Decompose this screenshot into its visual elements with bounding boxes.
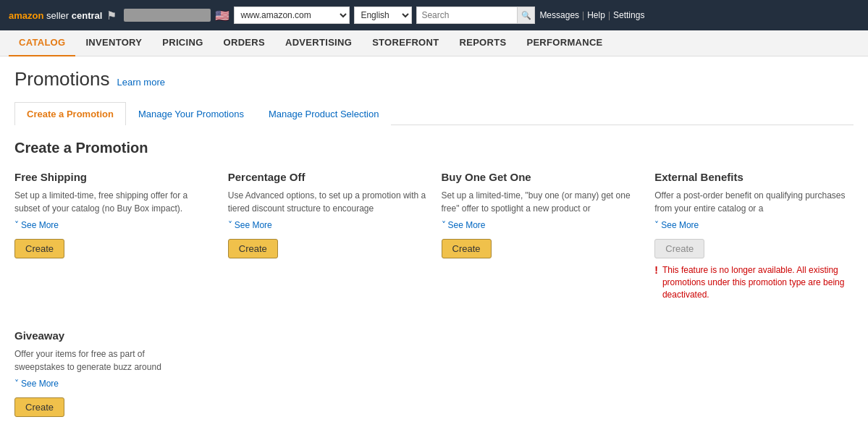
create-btn-percentage-off[interactable]: Create xyxy=(228,239,278,258)
nav-item-reports[interactable]: REPORTS xyxy=(449,30,516,56)
logo-central: central xyxy=(72,10,103,21)
tabs: Create a Promotion Manage Your Promotion… xyxy=(14,102,854,125)
tab-create-promotion[interactable]: Create a Promotion xyxy=(14,102,126,125)
promo-card-bogo: Buy One Get One Set up a limited-time, "… xyxy=(442,171,641,300)
nav-item-advertising[interactable]: ADVERTISING xyxy=(275,30,362,56)
promo-desc-bogo: Set up a limited-time, "buy one (or many… xyxy=(442,189,641,215)
logo-area: amazon seller central ⚑ xyxy=(9,9,117,22)
see-more-external-benefits[interactable]: ˅ See More xyxy=(654,220,699,230)
page-title-row: Promotions Learn more xyxy=(14,68,854,90)
promo-title-percentage-off: Percentage Off xyxy=(228,171,427,183)
logo-seller: seller xyxy=(46,10,69,21)
promo-card-percentage-off: Percentage Off Use Advanced options, to … xyxy=(228,171,427,300)
see-more-percentage-off[interactable]: ˅ See More xyxy=(228,220,272,230)
see-more-giveaway[interactable]: ˅ See More xyxy=(14,379,59,389)
see-more-free-shipping[interactable]: ˅ See More xyxy=(14,220,59,230)
sep2: | xyxy=(608,10,610,20)
nav-item-storefront[interactable]: STOREFRONT xyxy=(362,30,449,56)
page-title: Promotions xyxy=(14,68,110,90)
nav-item-performance[interactable]: PERFORMANCE xyxy=(516,30,612,56)
promo-title-giveaway: Giveaway xyxy=(14,329,195,342)
create-btn-free-shipping[interactable]: Create xyxy=(14,239,64,258)
section-title: Create a Promotion xyxy=(14,140,854,156)
nav-item-catalog[interactable]: CATALOG xyxy=(9,30,75,56)
create-btn-external-benefits: Create xyxy=(654,239,704,258)
promo-grid: Free Shipping Set up a limited-time, fre… xyxy=(14,171,854,300)
warning-icon: ! xyxy=(654,264,658,300)
promo-desc-percentage-off: Use Advanced options, to set up a promot… xyxy=(228,189,427,215)
create-btn-giveaway[interactable]: Create xyxy=(14,397,64,417)
logo-amazon: amazon xyxy=(9,10,43,21)
promo-card-free-shipping: Free Shipping Set up a limited-time, fre… xyxy=(14,171,214,300)
nav-item-inventory[interactable]: INVENTORY xyxy=(75,30,152,56)
nav-bar: CATALOG INVENTORY PRICING ORDERS ADVERTI… xyxy=(0,30,868,56)
promo-desc-giveaway: Offer your items for free as part of swe… xyxy=(14,347,195,374)
tab-manage-promotions[interactable]: Manage Your Promotions xyxy=(126,102,256,125)
us-flag-icon: 🇺🇸 xyxy=(215,9,229,22)
promo-title-external-benefits: External Benefits xyxy=(654,171,854,183)
messages-link[interactable]: Messages xyxy=(539,10,579,20)
top-header: amazon seller central ⚑ 🇺🇸 www.amazon.co… xyxy=(0,0,868,30)
promo-desc-external-benefits: Offer a post-order benefit on qualifying… xyxy=(654,189,854,215)
giveaway-section: Giveaway Offer your items for free as pa… xyxy=(14,322,854,417)
warning-text: This feature is no longer available. All… xyxy=(662,264,854,300)
learn-more-link[interactable]: Learn more xyxy=(117,77,165,88)
promo-card-external-benefits: External Benefits Offer a post-order ben… xyxy=(654,171,854,300)
promo-title-bogo: Buy One Get One xyxy=(442,171,641,183)
search-button[interactable]: 🔍 xyxy=(518,7,535,24)
promo-title-free-shipping: Free Shipping xyxy=(14,171,214,183)
flag-icon: ⚑ xyxy=(106,9,117,22)
nav-item-orders[interactable]: ORDERS xyxy=(214,30,275,56)
search-box: 🔍 xyxy=(416,7,535,24)
tab-manage-product-selection[interactable]: Manage Product Selection xyxy=(256,102,391,125)
create-btn-bogo[interactable]: Create xyxy=(442,239,492,258)
account-bar: 🇺🇸 www.amazon.com English 🔍 Messages | H… xyxy=(124,7,644,24)
help-link[interactable]: Help xyxy=(587,10,605,20)
promo-card-giveaway: Giveaway Offer your items for free as pa… xyxy=(14,329,195,417)
sep1: | xyxy=(582,10,584,20)
nav-item-pricing[interactable]: PRICING xyxy=(152,30,213,56)
see-more-bogo[interactable]: ˅ See More xyxy=(442,220,486,230)
url-select[interactable]: www.amazon.com xyxy=(234,7,350,24)
account-placeholder xyxy=(124,9,211,22)
page-content: Promotions Learn more Create a Promotion… xyxy=(0,56,868,429)
warning-box-external-benefits: ! This feature is no longer available. A… xyxy=(654,264,854,300)
promo-desc-free-shipping: Set up a limited-time, free shipping off… xyxy=(14,189,214,215)
logo-text: amazon seller central xyxy=(9,10,102,21)
search-input[interactable] xyxy=(416,7,518,24)
header-links: Messages | Help | Settings xyxy=(539,10,644,20)
settings-link[interactable]: Settings xyxy=(613,10,644,20)
language-select[interactable]: English xyxy=(354,7,412,24)
